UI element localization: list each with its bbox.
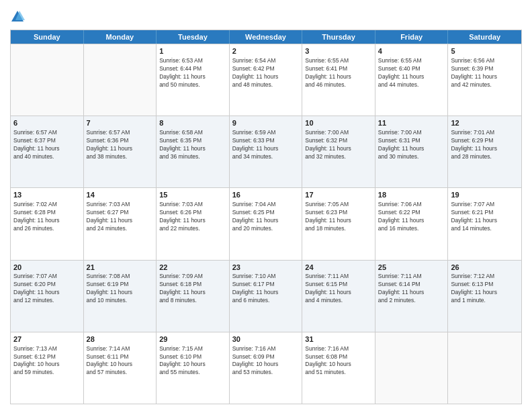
calendar-row: 13Sunrise: 7:02 AMSunset: 6:28 PMDayligh… — [11, 187, 521, 259]
cell-detail: Sunrise: 6:55 AMSunset: 6:40 PMDaylight:… — [378, 57, 445, 89]
logo-icon — [10, 9, 25, 24]
cell-detail: Sunrise: 7:14 AMSunset: 6:11 PMDaylight:… — [87, 345, 154, 377]
header — [10, 7, 522, 24]
weekday-header: Wednesday — [230, 30, 303, 44]
calendar-cell: 1Sunrise: 6:53 AMSunset: 6:44 PMDaylight… — [157, 44, 230, 116]
cell-detail: Sunrise: 7:05 AMSunset: 6:23 PMDaylight:… — [305, 201, 372, 233]
calendar-row: 20Sunrise: 7:07 AMSunset: 6:20 PMDayligh… — [11, 260, 521, 332]
calendar-cell: 10Sunrise: 7:00 AMSunset: 6:32 PMDayligh… — [302, 116, 375, 187]
calendar-cell: 16Sunrise: 7:04 AMSunset: 6:25 PMDayligh… — [230, 188, 303, 259]
cell-detail: Sunrise: 7:06 AMSunset: 6:22 PMDaylight:… — [378, 201, 445, 233]
day-number: 20 — [13, 263, 81, 273]
cell-detail: Sunrise: 7:01 AMSunset: 6:29 PMDaylight:… — [451, 129, 519, 161]
cell-detail: Sunrise: 7:10 AMSunset: 6:17 PMDaylight:… — [232, 273, 300, 305]
calendar-cell: 31Sunrise: 7:16 AMSunset: 6:08 PMDayligh… — [302, 332, 375, 404]
cell-detail: Sunrise: 7:00 AMSunset: 6:31 PMDaylight:… — [378, 129, 445, 161]
day-number: 14 — [87, 190, 154, 200]
calendar-cell: 21Sunrise: 7:08 AMSunset: 6:19 PMDayligh… — [84, 261, 157, 332]
day-number: 16 — [232, 190, 300, 200]
cell-detail: Sunrise: 7:00 AMSunset: 6:32 PMDaylight:… — [305, 129, 372, 161]
calendar-cell: 25Sunrise: 7:11 AMSunset: 6:14 PMDayligh… — [375, 261, 449, 332]
cell-detail: Sunrise: 7:16 AMSunset: 6:09 PMDaylight:… — [232, 345, 300, 377]
calendar-cell: 24Sunrise: 7:11 AMSunset: 6:15 PMDayligh… — [302, 261, 375, 332]
day-number: 23 — [232, 263, 300, 273]
day-number: 27 — [13, 334, 81, 345]
day-number: 5 — [451, 46, 519, 56]
cell-detail: Sunrise: 6:53 AMSunset: 6:44 PMDaylight:… — [159, 57, 226, 89]
calendar-cell: 17Sunrise: 7:05 AMSunset: 6:23 PMDayligh… — [302, 188, 375, 259]
calendar-cell: 11Sunrise: 7:00 AMSunset: 6:31 PMDayligh… — [375, 116, 449, 187]
calendar-cell: 2Sunrise: 6:54 AMSunset: 6:42 PMDaylight… — [230, 44, 303, 116]
calendar-cell — [375, 332, 449, 404]
day-number: 22 — [159, 263, 226, 273]
calendar-row: 1Sunrise: 6:53 AMSunset: 6:44 PMDaylight… — [11, 44, 521, 116]
calendar-header: SundayMondayTuesdayWednesdayThursdayFrid… — [11, 30, 521, 44]
day-number: 25 — [378, 263, 445, 273]
calendar-cell: 28Sunrise: 7:14 AMSunset: 6:11 PMDayligh… — [84, 332, 157, 404]
day-number: 24 — [305, 263, 372, 273]
day-number: 1 — [159, 46, 226, 56]
cell-detail: Sunrise: 6:56 AMSunset: 6:39 PMDaylight:… — [451, 57, 519, 89]
calendar-cell: 15Sunrise: 7:03 AMSunset: 6:26 PMDayligh… — [157, 188, 230, 259]
logo — [10, 9, 28, 24]
weekday-header: Sunday — [11, 30, 84, 44]
day-number: 26 — [451, 263, 519, 273]
calendar-cell: 14Sunrise: 7:03 AMSunset: 6:27 PMDayligh… — [84, 188, 157, 259]
day-number: 21 — [87, 263, 154, 273]
calendar-cell — [448, 332, 521, 404]
calendar-cell: 8Sunrise: 6:58 AMSunset: 6:35 PMDaylight… — [157, 116, 230, 187]
day-number: 4 — [378, 46, 445, 56]
cell-detail: Sunrise: 6:57 AMSunset: 6:36 PMDaylight:… — [87, 129, 154, 161]
cell-detail: Sunrise: 7:11 AMSunset: 6:15 PMDaylight:… — [305, 273, 372, 305]
day-number: 15 — [159, 190, 226, 200]
cell-detail: Sunrise: 7:03 AMSunset: 6:26 PMDaylight:… — [159, 201, 226, 233]
day-number: 18 — [378, 190, 445, 200]
day-number: 10 — [305, 118, 372, 128]
day-number: 31 — [305, 334, 372, 345]
calendar-cell: 18Sunrise: 7:06 AMSunset: 6:22 PMDayligh… — [375, 188, 449, 259]
cell-detail: Sunrise: 7:04 AMSunset: 6:25 PMDaylight:… — [232, 201, 300, 233]
cell-detail: Sunrise: 7:07 AMSunset: 6:21 PMDaylight:… — [451, 201, 519, 233]
calendar-cell: 29Sunrise: 7:15 AMSunset: 6:10 PMDayligh… — [157, 332, 230, 404]
cell-detail: Sunrise: 7:13 AMSunset: 6:12 PMDaylight:… — [13, 345, 81, 377]
calendar-cell: 30Sunrise: 7:16 AMSunset: 6:09 PMDayligh… — [230, 332, 303, 404]
calendar-cell: 12Sunrise: 7:01 AMSunset: 6:29 PMDayligh… — [448, 116, 521, 187]
calendar-cell: 3Sunrise: 6:55 AMSunset: 6:41 PMDaylight… — [302, 44, 375, 116]
cell-detail: Sunrise: 7:07 AMSunset: 6:20 PMDaylight:… — [13, 273, 81, 305]
calendar-cell: 23Sunrise: 7:10 AMSunset: 6:17 PMDayligh… — [230, 261, 303, 332]
calendar-cell: 26Sunrise: 7:12 AMSunset: 6:13 PMDayligh… — [448, 261, 521, 332]
cell-detail: Sunrise: 7:11 AMSunset: 6:14 PMDaylight:… — [378, 273, 445, 305]
cell-detail: Sunrise: 7:08 AMSunset: 6:19 PMDaylight:… — [87, 273, 154, 305]
calendar-cell: 20Sunrise: 7:07 AMSunset: 6:20 PMDayligh… — [11, 261, 84, 332]
weekday-header: Friday — [375, 30, 449, 44]
calendar-cell: 22Sunrise: 7:09 AMSunset: 6:18 PMDayligh… — [157, 261, 230, 332]
day-number: 7 — [87, 118, 154, 128]
day-number: 6 — [13, 118, 81, 128]
page: SundayMondayTuesdayWednesdayThursdayFrid… — [0, 0, 532, 411]
cell-detail: Sunrise: 6:57 AMSunset: 6:37 PMDaylight:… — [13, 129, 81, 161]
cell-detail: Sunrise: 6:59 AMSunset: 6:33 PMDaylight:… — [232, 129, 300, 161]
day-number: 28 — [87, 334, 154, 345]
day-number: 30 — [232, 334, 300, 345]
calendar-body: 1Sunrise: 6:53 AMSunset: 6:44 PMDaylight… — [11, 44, 521, 404]
cell-detail: Sunrise: 6:54 AMSunset: 6:42 PMDaylight:… — [232, 57, 300, 89]
day-number: 3 — [305, 46, 372, 56]
weekday-header: Saturday — [448, 30, 521, 44]
cell-detail: Sunrise: 7:09 AMSunset: 6:18 PMDaylight:… — [159, 273, 226, 305]
calendar-cell: 7Sunrise: 6:57 AMSunset: 6:36 PMDaylight… — [84, 116, 157, 187]
day-number: 2 — [232, 46, 300, 56]
calendar-cell: 4Sunrise: 6:55 AMSunset: 6:40 PMDaylight… — [375, 44, 449, 116]
day-number: 11 — [378, 118, 445, 128]
calendar-cell: 27Sunrise: 7:13 AMSunset: 6:12 PMDayligh… — [11, 332, 84, 404]
weekday-header: Thursday — [302, 30, 375, 44]
calendar-cell: 6Sunrise: 6:57 AMSunset: 6:37 PMDaylight… — [11, 116, 84, 187]
day-number: 13 — [13, 190, 81, 200]
calendar-cell: 9Sunrise: 6:59 AMSunset: 6:33 PMDaylight… — [230, 116, 303, 187]
calendar-row: 27Sunrise: 7:13 AMSunset: 6:12 PMDayligh… — [11, 332, 521, 404]
cell-detail: Sunrise: 6:55 AMSunset: 6:41 PMDaylight:… — [305, 57, 372, 89]
calendar-row: 6Sunrise: 6:57 AMSunset: 6:37 PMDaylight… — [11, 116, 521, 187]
day-number: 9 — [232, 118, 300, 128]
calendar-cell: 13Sunrise: 7:02 AMSunset: 6:28 PMDayligh… — [11, 188, 84, 259]
day-number: 19 — [451, 190, 519, 200]
day-number: 12 — [451, 118, 519, 128]
